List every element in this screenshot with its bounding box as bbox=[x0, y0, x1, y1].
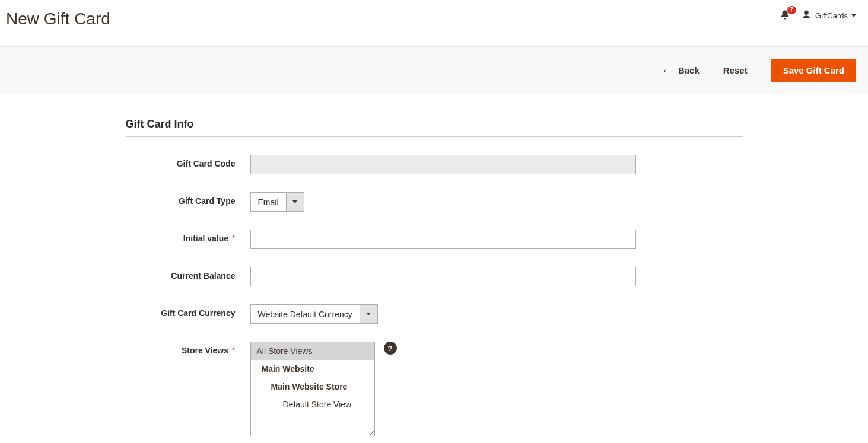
header-actions: 7 GiftCards bbox=[780, 9, 856, 22]
row-code: Gift Card Code bbox=[126, 155, 743, 174]
option-main-website[interactable]: Main Website bbox=[251, 360, 374, 378]
label-code: Gift Card Code bbox=[126, 155, 250, 168]
help-icon[interactable]: ? bbox=[384, 342, 397, 355]
reset-button[interactable]: Reset bbox=[723, 65, 748, 75]
label-currency: Gift Card Currency bbox=[126, 304, 250, 318]
arrow-left-icon: ← bbox=[662, 65, 672, 76]
option-all-store-views[interactable]: All Store Views bbox=[251, 342, 374, 360]
initial-value-input[interactable] bbox=[250, 230, 636, 249]
store-views-multiselect[interactable]: All Store Views Main Website Main Websit… bbox=[250, 342, 375, 436]
chevron-down-icon bbox=[286, 193, 304, 211]
row-type: Gift Card Type Email bbox=[126, 192, 743, 212]
save-button[interactable]: Save Gift Card bbox=[771, 59, 856, 82]
chevron-down-icon bbox=[851, 14, 856, 17]
select-value: Website Default Currency bbox=[251, 305, 360, 323]
option-default-store-view[interactable]: Default Store View bbox=[251, 396, 374, 413]
gift-card-code-input bbox=[250, 155, 636, 174]
label-stores: Store Views* bbox=[126, 342, 250, 355]
label-initial-text: Initial value bbox=[183, 234, 228, 243]
option-main-website-store[interactable]: Main Website Store bbox=[251, 378, 374, 396]
label-initial: Initial value* bbox=[126, 230, 250, 243]
bell-icon bbox=[780, 12, 790, 22]
notification-count-badge: 7 bbox=[787, 6, 797, 14]
user-menu[interactable]: GiftCards bbox=[801, 9, 856, 22]
action-bar: ← Back Reset Save Gift Card bbox=[0, 46, 868, 94]
back-button[interactable]: ← Back bbox=[662, 65, 700, 76]
section-title: Gift Card Info bbox=[126, 118, 743, 137]
required-mark: * bbox=[232, 234, 235, 243]
label-balance: Current Balance bbox=[126, 267, 250, 281]
user-icon bbox=[801, 9, 812, 22]
back-label: Back bbox=[678, 65, 700, 75]
page-header: New Gift Card 7 GiftCards bbox=[0, 0, 868, 46]
row-balance: Current Balance bbox=[126, 267, 743, 286]
form-section: Gift Card Info Gift Card Code Gift Card … bbox=[114, 118, 755, 443]
currency-select[interactable]: Website Default Currency bbox=[250, 304, 378, 324]
current-balance-input[interactable] bbox=[250, 267, 636, 286]
row-currency: Gift Card Currency Website Default Curre… bbox=[126, 304, 743, 324]
user-name: GiftCards bbox=[815, 11, 848, 20]
chevron-down-icon bbox=[360, 305, 377, 323]
row-stores: Store Views* All Store Views Main Websit… bbox=[126, 342, 743, 443]
required-mark: * bbox=[232, 346, 235, 355]
label-type: Gift Card Type bbox=[126, 192, 250, 206]
page-title: New Gift Card bbox=[6, 9, 110, 28]
select-value: Email bbox=[251, 193, 286, 211]
label-stores-text: Store Views bbox=[182, 346, 228, 355]
gift-card-type-select[interactable]: Email bbox=[250, 192, 304, 212]
row-initial: Initial value* bbox=[126, 230, 743, 249]
notifications-button[interactable]: 7 bbox=[780, 9, 790, 22]
